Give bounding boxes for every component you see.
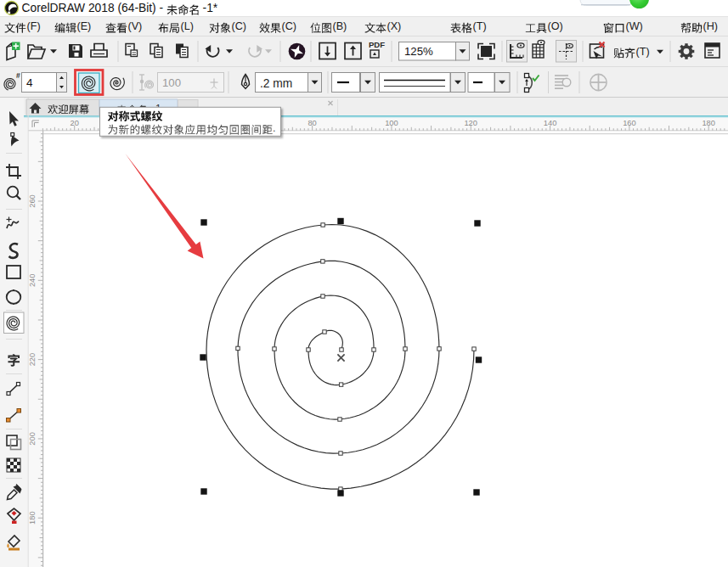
svg-text:(X): (X) — [387, 20, 402, 32]
svg-text:(F): (F) — [27, 20, 41, 32]
svg-text:100: 100 — [162, 76, 181, 89]
svg-text:125%: 125% — [404, 45, 433, 58]
svg-text:PDF: PDF — [369, 40, 385, 49]
svg-text:200: 200 — [28, 432, 37, 446]
svg-text:#: # — [16, 71, 20, 80]
svg-text:220: 220 — [28, 353, 37, 367]
svg-text:(H): (H) — [703, 20, 718, 32]
svg-text:(B): (B) — [333, 20, 347, 32]
svg-text:(W): (W) — [626, 20, 643, 32]
svg-text:(C): (C) — [282, 20, 296, 32]
svg-text:240: 240 — [28, 274, 37, 288]
svg-text:(C): (C) — [232, 20, 246, 32]
svg-text:CorelDRAW 2018 (64-Bit) -: CorelDRAW 2018 (64-Bit) - — [22, 2, 164, 14]
svg-text:(T): (T) — [636, 46, 650, 58]
svg-text:4: 4 — [26, 76, 33, 89]
svg-text:180: 180 — [28, 511, 37, 525]
svg-text:(L): (L) — [181, 20, 194, 32]
svg-text:.2 mm: .2 mm — [260, 77, 292, 90]
svg-text:(T): (T) — [473, 20, 487, 32]
svg-text:(V): (V) — [128, 20, 143, 32]
svg-text:.: . — [273, 122, 276, 134]
svg-text:(E): (E) — [77, 20, 92, 32]
svg-text:260: 260 — [28, 194, 37, 208]
svg-text:(O): (O) — [548, 20, 563, 32]
svg-text:-1*: -1* — [203, 2, 218, 14]
